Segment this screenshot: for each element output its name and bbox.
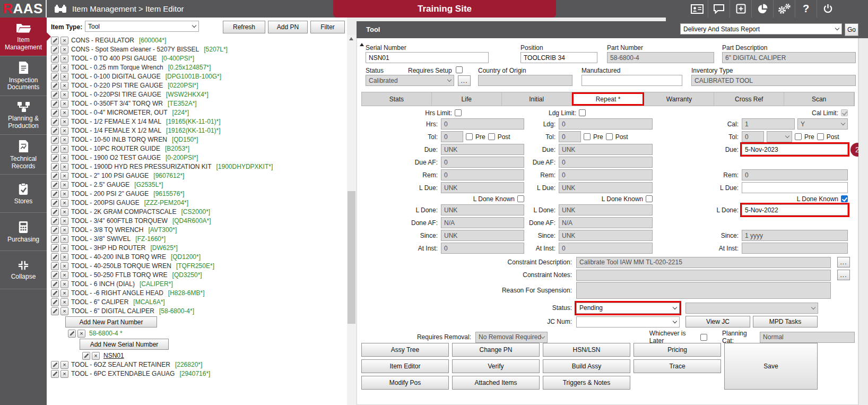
modify-pos-button[interactable]: Modify Pos [361,376,449,390]
edit-item-button[interactable] [51,181,59,189]
delete-item-button[interactable]: × [60,37,68,45]
delete-serial-button[interactable]: × [92,352,100,360]
tab[interactable]: Scan [784,92,854,106]
edit-item-button[interactable] [51,361,59,369]
edit-item-button[interactable] [51,289,59,297]
trace-button[interactable]: Trace [633,359,721,373]
edit-item-button[interactable] [51,154,59,162]
list-item[interactable]: × TOOL - 3/8" SWIVEL [FZ-1660*] [51,235,347,243]
list-item[interactable]: × TOOL - 10-50 INLB TORQ WREN [QD150*] [51,135,347,144]
list-item[interactable]: × TOOL - 1900 O2 TEST GAUGE [0-200PSI*] [51,153,347,162]
edit-item-button[interactable] [51,73,59,81]
sidebar-item-planning-production[interactable]: Planning & Production [0,96,47,135]
delete-item-button[interactable]: × [60,217,68,225]
delete-item-button[interactable]: × [60,307,68,315]
mpd-tasks-button[interactable]: MPD Tasks [753,316,818,328]
edit-item-button[interactable] [51,82,59,90]
add-new-part-number-button[interactable]: Add New Part Number [65,316,157,328]
hsn-lsn-button[interactable]: HSN/LSN [543,343,630,357]
edit-item-button[interactable] [51,208,59,216]
delete-item-button[interactable]: × [60,118,68,126]
filter-button[interactable]: Filter [310,21,345,33]
sidebar-item-inspection-documents[interactable]: Inspection Documents [0,56,47,97]
delete-item-button[interactable]: × [60,127,68,135]
constraint-notes-more-button[interactable]: ... [837,270,850,280]
tab[interactable]: Repeat * [572,92,645,106]
list-item[interactable]: × TOOL - 6OZ SEALANT RETAINER [226820*] [51,360,347,369]
tol-ldg-post-checkbox[interactable] [606,133,613,140]
delete-item-button[interactable]: × [60,55,68,63]
add-new-serial-number-button[interactable]: Add New Serial Number [80,339,169,350]
edit-item-button[interactable] [51,46,59,54]
delete-item-button[interactable]: × [60,190,68,198]
l-done-known-ldg-checkbox[interactable] [646,195,653,202]
list-item[interactable]: × TOOL - 3/4" 600FTLB TORQUEW [QD4R600A*… [51,217,347,225]
edit-item-button[interactable] [51,145,59,153]
tab[interactable]: Cross Ref [714,92,784,106]
sidebar-item-technical-records[interactable]: Technical Records [0,135,47,175]
view-jc-button[interactable]: View JC [685,316,750,328]
edit-item-button[interactable] [51,136,59,144]
delete-item-button[interactable]: × [60,361,68,369]
delete-item-button[interactable]: × [60,154,68,162]
list-item[interactable]: × TOOL - 0 TO 400 PSI GAUGE [0-400PSI*] [51,54,347,63]
edit-item-button[interactable] [51,370,59,378]
delete-item-button[interactable]: × [60,208,68,216]
delete-item-button[interactable]: × [60,262,68,270]
list-item[interactable]: × CONS - Spot Steam cleaner - 5207Y BISS… [51,45,347,54]
hrs-limit-checkbox[interactable] [455,109,462,116]
delete-item-button[interactable]: × [60,235,68,243]
build-assy-button[interactable]: Build Assy [543,359,630,373]
edit-item-button[interactable] [51,55,59,63]
list-item[interactable]: × TOOL - 2" 100 PSI GAUGE [9607612*] [51,171,347,180]
add-window-icon[interactable] [730,0,751,18]
contact-card-icon[interactable] [686,0,708,18]
constraint-description-more-button[interactable]: ... [837,257,850,268]
assy-tree-button[interactable]: Assy Tree [361,343,449,357]
edit-item-button[interactable] [51,262,59,270]
tol-hrs-pre-checkbox[interactable] [466,133,473,140]
list-item[interactable]: × TOOL - 3HP HD ROUTER [DW625*] [51,244,347,252]
list-item[interactable]: × TOOL - 1900D HYD RES PRESSURIZATION KI… [51,162,347,171]
edit-item-button[interactable] [51,163,59,171]
sidebar-item-stores[interactable]: Stores [0,175,47,213]
list-scrollbar[interactable] [347,35,356,405]
delete-item-button[interactable]: × [60,163,68,171]
delete-item-button[interactable]: × [60,226,68,234]
list-item[interactable]: × TOOL - 2K GRAM COMPACTSCALE [CS2000*] [51,208,347,216]
serial-number-input[interactable]: NSN01 [366,52,489,63]
settings-gears-icon[interactable] [773,0,795,18]
list-item[interactable]: × TOOL - 6" DIGITAL CALIPER [58-6800-4*] [51,307,347,315]
tol-hrs-post-checkbox[interactable] [488,133,495,140]
reports-pie-icon[interactable] [751,0,773,18]
list-item[interactable]: × TOOL - 200PSI GAUGE [ZZZ-PEM204*] [51,199,347,207]
sidebar-item-purchasing[interactable]: Purchasing [0,213,47,251]
selected-part-row[interactable]: × 58-6800-4 * [68,329,347,338]
l-done-known-cal-checkbox[interactable] [841,195,848,202]
add-pn-button[interactable]: Add PN [268,21,308,33]
edit-part-button[interactable] [68,330,76,338]
help-icon[interactable]: ? [795,0,817,18]
edit-item-button[interactable] [51,190,59,198]
report-select[interactable]: Delivery And Status Report [680,23,842,35]
tol-cal-pre-checkbox[interactable] [795,133,802,140]
delete-item-button[interactable]: × [60,280,68,288]
list-item[interactable]: × TOOL - 40-250LB TORQUE WREN [TQFR250E*… [51,262,347,270]
list-item[interactable]: × TOOL - 0-4" MICROMETER, OUT [224*] [51,108,347,117]
delete-item-button[interactable]: × [60,46,68,54]
sidebar-item-collapse[interactable]: Collapse [0,251,47,289]
jc-num-select[interactable] [576,316,680,328]
refresh-button[interactable]: Refresh [223,21,265,33]
delete-item-button[interactable]: × [60,64,68,72]
list-item[interactable]: × TOOL - 0-220PSI TIRE GAUGE [WSW2HKX4*] [51,90,347,99]
list-item[interactable]: × TOOL - 6 INCH (DIAL) [CALIPER*] [51,280,347,288]
tab[interactable]: Life [432,92,502,106]
delete-item-button[interactable]: × [60,298,68,306]
attached-items-button[interactable]: Attached Items [452,376,540,390]
edit-item-button[interactable] [51,172,59,180]
item-editor-button[interactable]: Item Editor [361,359,449,373]
position-input[interactable]: TOOLCRIB 34 [520,52,597,63]
delete-item-button[interactable]: × [60,370,68,378]
delete-part-button[interactable]: × [77,330,85,338]
go-button[interactable]: Go [845,23,858,36]
